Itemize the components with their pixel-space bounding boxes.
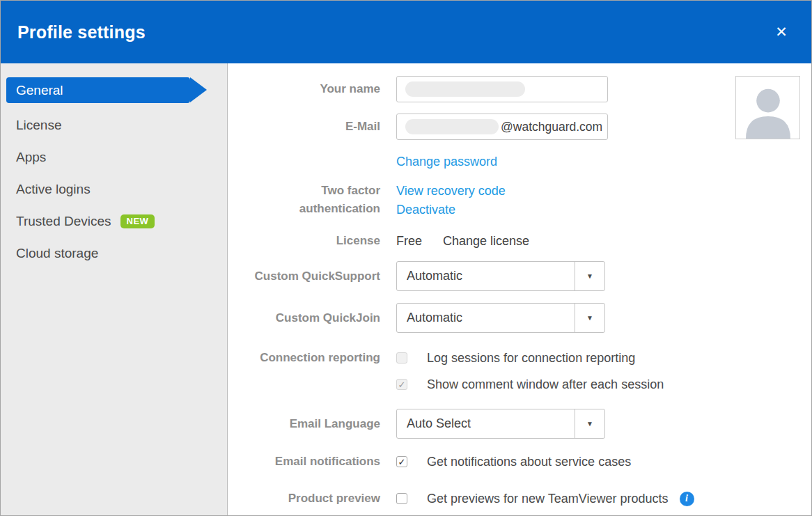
email-notifications-checkbox[interactable]: ✓ [396, 456, 407, 467]
your-name-row: Your name [228, 76, 608, 102]
checkbox-label: Show comment window after each session [427, 377, 664, 392]
sidebar-item-cloud-storage[interactable]: Cloud storage [1, 237, 227, 269]
product-preview-checkbox[interactable] [396, 493, 407, 504]
main-form: Your name E-Mail @watchguard.com Change … [228, 63, 811, 515]
show-comment-option: ✓ Show comment window after each session [396, 371, 664, 398]
license-value: Free [396, 234, 422, 249]
sidebar-item-active-logins[interactable]: Active logins [1, 173, 227, 205]
dropdown-value: Automatic [407, 269, 462, 283]
custom-quicksupport-dropdown[interactable]: Automatic ▼ [396, 261, 605, 291]
deactivate-link[interactable]: Deactivate [396, 201, 455, 219]
avatar-placeholder-icon [740, 83, 796, 139]
checkmark-icon: ✓ [398, 380, 406, 389]
profile-settings-dialog: Profile settings ✕ General License Apps … [0, 0, 812, 516]
checkmark-icon: ✓ [398, 458, 406, 467]
sidebar-item-apps[interactable]: Apps [1, 141, 227, 173]
dropdown-button[interactable]: ▼ [575, 262, 604, 290]
sidebar-item-label: License [16, 118, 62, 133]
log-sessions-option: Log sessions for connection reporting [396, 345, 635, 371]
custom-quickjoin-label: Custom QuickJoin [228, 309, 380, 327]
checkbox-label: Get notifications about service cases [427, 455, 631, 469]
two-factor-label: Two factor authentication [228, 182, 380, 218]
sidebar: General License Apps Active logins Trust… [1, 63, 228, 515]
sidebar-item-label: Trusted Devices [16, 214, 111, 229]
your-name-label: Your name [228, 80, 380, 98]
sidebar-item-general[interactable]: General [6, 77, 190, 103]
your-name-input[interactable] [396, 76, 608, 102]
product-preview-row: Product preview Get previews for new Tea… [228, 490, 694, 508]
profile-avatar[interactable] [735, 76, 800, 139]
email-language-row: Email Language Auto Select ▼ [228, 409, 605, 439]
new-badge: NEW [120, 214, 155, 228]
dropdown-value: Auto Select [407, 416, 471, 431]
sidebar-item-label: Cloud storage [16, 246, 98, 261]
license-row: License Free Change license [228, 232, 529, 250]
change-password-row: Change password [228, 153, 497, 171]
redacted-value [405, 81, 525, 97]
custom-quickjoin-dropdown[interactable]: Automatic ▼ [396, 303, 605, 333]
chevron-down-icon: ▼ [586, 272, 593, 280]
sidebar-item-license[interactable]: License [1, 109, 227, 141]
product-preview-label: Product preview [228, 490, 380, 508]
sidebar-item-label: Apps [16, 150, 46, 165]
email-input[interactable]: @watchguard.com [396, 114, 608, 140]
connection-reporting-row: Connection reporting Log sessions for co… [228, 345, 664, 398]
license-label: License [228, 232, 380, 250]
view-recovery-code-link[interactable]: View recovery code [396, 182, 506, 201]
two-factor-row: Two factor authentication View recovery … [228, 182, 506, 219]
email-notifications-label: Email notifications [228, 453, 380, 471]
email-notifications-row: Email notifications ✓ Get notifications … [228, 453, 631, 471]
sidebar-item-label: Active logins [16, 182, 91, 197]
change-password-link[interactable]: Change password [396, 153, 497, 171]
sidebar-item-trusted-devices[interactable]: Trusted Devices NEW [1, 205, 227, 237]
titlebar: Profile settings ✕ [1, 1, 811, 63]
email-language-dropdown[interactable]: Auto Select ▼ [396, 409, 605, 439]
sidebar-item-label: General [16, 83, 63, 98]
redacted-value [405, 119, 499, 134]
change-license-link[interactable]: Change license [443, 234, 529, 249]
custom-quicksupport-label: Custom QuickSupport [228, 267, 380, 286]
email-row: E-Mail @watchguard.com [228, 114, 608, 140]
chevron-down-icon: ▼ [586, 314, 593, 322]
dialog-title: Profile settings [17, 22, 146, 42]
checkbox-label: Log sessions for connection reporting [427, 351, 635, 366]
custom-quicksupport-row: Custom QuickSupport Automatic ▼ [228, 261, 605, 291]
show-comment-checkbox[interactable]: ✓ [396, 379, 407, 390]
dropdown-value: Automatic [407, 311, 462, 325]
email-domain-text: @watchguard.com [501, 120, 602, 134]
close-icon[interactable]: ✕ [770, 20, 793, 44]
custom-quickjoin-row: Custom QuickJoin Automatic ▼ [228, 303, 605, 333]
chevron-down-icon: ▼ [586, 420, 593, 428]
email-label: E-Mail [228, 118, 380, 136]
dropdown-button[interactable]: ▼ [575, 409, 604, 438]
log-sessions-checkbox[interactable] [396, 352, 407, 363]
connection-reporting-label: Connection reporting [228, 349, 380, 367]
info-icon[interactable]: i [680, 492, 694, 506]
email-language-label: Email Language [228, 415, 380, 433]
checkbox-label: Get previews for new TeamViewer products [427, 492, 669, 506]
dropdown-button[interactable]: ▼ [575, 304, 604, 332]
